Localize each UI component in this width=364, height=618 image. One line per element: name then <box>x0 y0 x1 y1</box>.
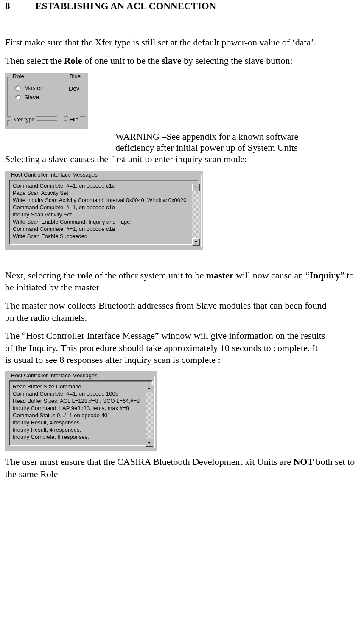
text-bold: Role <box>64 55 82 66</box>
text: by selecting the slave button: <box>181 55 292 66</box>
groupbox-title: Role <box>11 73 26 80</box>
radio-icon <box>15 95 21 100</box>
svg-marker-3 <box>148 442 151 444</box>
role-panel-figure: Role Master Slave Xfer type <box>5 73 88 129</box>
hci-messages-figure-1: Host Controller Interface Messages Comma… <box>5 171 220 250</box>
log-line: Inquiry Result, 4 responses. <box>13 426 140 433</box>
text-bold: slave <box>162 55 181 66</box>
scrollbar[interactable] <box>146 385 153 447</box>
log-line: Command Complete: #=1, on opcode c1e <box>13 204 186 211</box>
paragraph: The “Host Controller Interface Message” … <box>5 330 359 366</box>
text: Next, selecting the <box>5 270 77 281</box>
hci-messages-figure-2: Host Controller Interface Messages Read … <box>5 371 220 451</box>
groupbox-title-cut: File <box>68 116 80 123</box>
scroll-up-button[interactable] <box>146 385 153 392</box>
paragraph: Selecting a slave causes the first unit … <box>5 153 359 166</box>
log-line: Inquiry Result, 4 responses. <box>13 419 140 426</box>
log-line: Write Inquiry Scan Activity Command: Int… <box>13 197 186 204</box>
text: of one unit to be the <box>82 55 162 66</box>
text: The “Host Controller Interface Message” … <box>5 330 325 341</box>
scroll-track[interactable] <box>192 191 200 238</box>
log-line: Inquiry Scan Activity Set <box>13 211 186 218</box>
radio-label: Slave <box>24 94 39 101</box>
radio-master[interactable]: Master <box>15 84 54 91</box>
paragraph: The master now collects Bluetooth addres… <box>5 300 359 324</box>
svg-marker-2 <box>148 388 151 389</box>
log-line: Inquiry Command: LAP 9e8b33, len a, max … <box>13 405 140 412</box>
text: WARNING –See appendix for a known softwa… <box>115 131 298 142</box>
paragraph: First make sure that the Xfer type is st… <box>5 37 359 49</box>
log-line: Command Complete: #=1, on opcode 1005 <box>13 390 140 397</box>
scroll-up-button[interactable] <box>192 184 200 191</box>
text-bold: master <box>206 270 234 281</box>
groupbox-title: Host Controller Interface Messages <box>9 372 99 379</box>
scroll-track[interactable] <box>146 392 153 439</box>
text: of the Inquiry. This procedure should ta… <box>5 343 318 353</box>
text-cut: Dev <box>69 85 84 92</box>
log-line: Read Buffer Sizes: ACL L=128,#=8 ; SCO L… <box>13 397 140 405</box>
groupbox-title-cut: Blue <box>68 73 82 80</box>
chevron-down-icon <box>194 240 198 244</box>
warning-text: WARNING –See appendix for a known softwa… <box>115 131 298 153</box>
section-heading: 8 ESTABLISHING AN ACL CONNECTION <box>5 1 359 12</box>
text: Then select the <box>5 55 64 66</box>
paragraph: Then select the Role of one unit to be t… <box>5 55 359 67</box>
radio-slave[interactable]: Slave <box>15 94 54 101</box>
log-line: Write Scan Enable Succeeded <box>13 233 186 240</box>
section-number: 8 <box>5 1 10 12</box>
text-bold-underline: NOT <box>293 456 314 467</box>
text: of the other system unit to be <box>92 270 206 281</box>
svg-marker-0 <box>195 187 197 188</box>
log-line: Page Scan Activity Set <box>13 189 186 197</box>
svg-marker-1 <box>195 241 197 243</box>
text: on the radio channels. <box>5 312 87 323</box>
groupbox-title: Host Controller Interface Messages <box>9 171 99 178</box>
text: The master now collects Bluetooth addres… <box>5 300 327 311</box>
text-bold: role <box>77 270 92 281</box>
text: deficiency after initial power up of Sys… <box>115 142 298 153</box>
text: will now cause an “ <box>233 270 309 281</box>
paragraph: Next, selecting the role of the other sy… <box>5 270 359 294</box>
radio-icon <box>15 85 21 91</box>
groupbox-title: Xfer type <box>11 116 36 123</box>
text: The user must ensure that the CASIRA Blu… <box>5 456 293 467</box>
log-line: Command Complete: #=1, on opcode c1c <box>13 182 186 189</box>
log-line: Inquiry Complete, 8 responses. <box>13 433 140 441</box>
radio-label: Master <box>24 84 42 91</box>
log-line: Write Scan Enable Command: Inquiry and P… <box>13 218 186 225</box>
text: is usual to see 8 responses after inquir… <box>5 354 221 365</box>
scroll-down-button[interactable] <box>146 439 153 447</box>
log-line: Command Status 0, #=1 on opcode 401 <box>13 412 140 419</box>
scroll-down-button[interactable] <box>192 238 200 246</box>
paragraph: The user must ensure that the CASIRA Blu… <box>5 456 359 480</box>
section-title: ESTABLISHING AN ACL CONNECTION <box>36 1 216 12</box>
log-line: Read Buffer Size Command <box>13 383 140 390</box>
chevron-up-icon <box>194 186 198 189</box>
text-bold: Inquiry <box>309 270 340 281</box>
scrollbar[interactable] <box>192 184 200 246</box>
chevron-down-icon <box>148 441 151 444</box>
log-line: Command Complete: #=1, on opcode c1a <box>13 225 186 233</box>
chevron-up-icon <box>148 387 151 390</box>
